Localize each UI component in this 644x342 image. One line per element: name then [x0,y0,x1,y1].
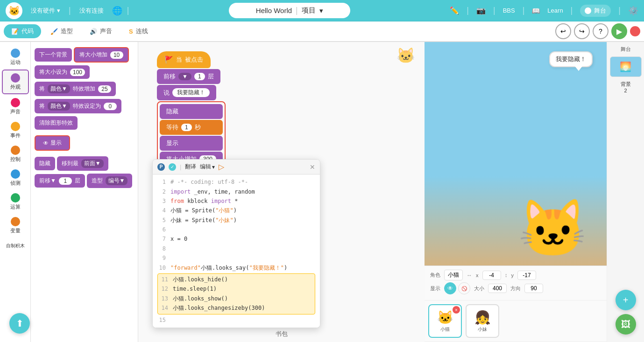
sprite-direction-value[interactable]: 90 [524,284,543,293]
bookbag-label[interactable]: 书包 [276,330,288,338]
code-line-5: 5 小妹 = Sprite("小妹") [157,216,315,225]
app-logo: 🐱 [6,2,22,19]
editor-close-button[interactable]: ✕ [310,163,315,171]
check-icon[interactable]: ✓ [169,163,176,171]
block-next-bg[interactable]: 下一个背景 [35,48,72,62]
settings-icon[interactable]: ⚙️ [628,6,638,16]
sidebar-item-variables[interactable]: 变量 [2,214,29,237]
script-wait-block[interactable]: 等待 1 秒 [160,120,223,135]
block-show[interactable]: 👁 显示 [35,135,70,151]
stage-sidebar-label: 舞台 [621,46,631,53]
code-line-10: 10 "forward"小猫.looks_say("我要隐藏！") [157,263,315,272]
tab-costume-label: 造型 [61,27,73,35]
eye-icon: 👁 [43,140,49,147]
code-line-12: 12 time.sleep(1) [160,284,313,293]
scratch-cat-icon: 🐱 [396,47,415,64]
edit-btn[interactable]: 编辑 ▾ [200,163,215,171]
sidebar-item-operators[interactable]: 运算 [2,190,29,213]
sidebar-item-sound[interactable]: 声音 [2,95,29,118]
add-bg-button[interactable]: 🖼 [616,314,636,335]
sprite-info: 角色 小猫 ↔ x -4 ↕ y -17 显示 👁 🚫 大小 400 方向 90 [425,266,607,300]
bbs-link[interactable]: BBS [503,7,515,14]
script-area: 🚩 当 被点击 前移 ▼ 1 层 说 我要隐藏！ 隐藏 [138,42,244,179]
tab-connect[interactable]: S 连线 [121,24,156,38]
editor-run-button[interactable]: ▷ [219,162,224,171]
right-sidebar: 舞台 🌅 背景 2 + 🖼 [607,42,644,342]
sprite-card-girl[interactable]: 👧 小妹 [466,304,499,338]
script-say-block[interactable]: 说 我要隐藏！ [157,85,216,100]
stage-toggle[interactable]: 舞台 [580,5,611,17]
bg-count: 背景 2 [621,81,631,93]
code-line-3: 3 from kblock import * [157,196,315,206]
editor-separator: | [180,163,181,170]
block-forward-layer[interactable]: 前移▼ 1 层 [35,174,85,188]
sidebar-item-myblocks[interactable]: 自制积木 [2,240,29,252]
globe-icon[interactable]: 🌐 [112,6,122,16]
visible-toggle: 👁 🚫 [444,282,470,294]
learn-icon[interactable]: 📖 [532,7,540,14]
block-move-layer[interactable]: 移到最 前面▼ [57,156,108,171]
add-sprite-button[interactable]: + [616,290,636,310]
sidebar-item-looks[interactable]: 外观 [2,70,29,94]
code-body: 1 # -*- coding: utf-8 -*- 2 import _env,… [153,174,320,328]
block-effect-up[interactable]: 将 颜色▼ 特效增加 25 [35,82,116,96]
script-forward-block[interactable]: 前移 ▼ 1 层 [157,69,220,84]
code-line-6: 6 [157,225,315,234]
code-line-4: 4 小猫 = Sprite("小猫") [157,206,315,215]
sidebar-item-sensing[interactable]: 侦测 [2,167,29,189]
script-hide-block[interactable]: 隐藏 [160,104,223,119]
tab-code[interactable]: 📝 代码 [4,24,41,38]
block-size-up[interactable]: 将大小增加 10 [74,47,129,63]
sprite-y-value[interactable]: -17 [517,271,536,280]
top-nav: 🐱 没有硬件 ▾ | 没有连接 🌐 | Hello World | 项目 ▾ ✏… [0,0,644,21]
code-editor: P ✓ | 翻译 编辑 ▾ ▷ ✕ 1 # -*- coding: utf-8 … [152,159,320,328]
learn-label[interactable]: Learn [547,7,563,14]
sidebar-item-motion[interactable]: 运动 [2,46,29,69]
sprite-x-value[interactable]: -4 [482,271,501,280]
code-line-13: 13 小猫.looks_show() [160,294,313,303]
project-title-area[interactable]: Hello World | 项目 ▾ [229,3,350,18]
connection-button[interactable]: 没有连接 [76,5,107,17]
python-icon: P [157,163,165,171]
block-clear-effect[interactable]: 清除图形特效 [35,116,78,130]
translate-button[interactable]: 翻译 [185,163,196,171]
stop-button[interactable] [630,26,640,36]
arrow-up-icon: ↕ [505,272,508,279]
control-area: ↩ ↪ ? ▶ [555,23,640,39]
stage-thumbnail[interactable]: 🌅 [610,56,642,77]
run-button[interactable]: ▶ [611,23,627,39]
block-hide[interactable]: 隐藏 [35,157,55,170]
redo-button[interactable]: ↪ [574,23,590,39]
script-show-block[interactable]: 显示 [160,136,223,151]
undo-button[interactable]: ↩ [555,23,571,39]
sidebar-item-control[interactable]: 控制 [2,143,29,166]
highlighted-code-block: 11 小猫.looks_hide() 12 time.sleep(1) 13 小… [157,273,315,314]
tab-sound[interactable]: 🔊 声音 [82,24,120,38]
show-button[interactable]: 👁 [444,282,456,294]
camera-icon[interactable]: 📷 [476,6,486,15]
sprite-name-value[interactable]: 小猫 [444,270,463,280]
delete-cat-button[interactable]: × [453,306,460,314]
tab-costume[interactable]: 🖌️ 造型 [43,24,80,38]
hat-block[interactable]: 🚩 当 被点击 [157,51,211,68]
hide-button[interactable]: 🚫 [458,282,470,294]
code-canvas: 🐱 🚩 当 被点击 前移 ▼ 1 层 说 我要隐藏！ [138,42,425,342]
nav-sep-1: | [69,6,71,15]
block-set-size[interactable]: 将大小设为 100 [35,65,90,79]
edit-icon[interactable]: ✏️ [450,6,459,15]
tab-costume-icon: 🖌️ [50,28,58,35]
blocks-panel: 下一个背景 将大小增加 10 将大小设为 100 将 颜色▼ 特效增加 25 将… [31,42,138,342]
block-costume-num[interactable]: 造型 编号▼ [87,174,133,188]
hardware-button[interactable]: 没有硬件 ▾ [27,5,64,17]
block-effect-set[interactable]: 将 颜色▼ 特效设定为 0 [35,99,121,113]
code-line-7: 7 x = 0 [157,234,315,244]
tab-connect-label: 连线 [136,27,148,35]
project-title: Hello World [256,7,292,14]
help-button[interactable]: ? [593,23,609,39]
expand-button[interactable]: ⬆ [9,313,30,334]
sprite-card-cat[interactable]: × 🐱 小猫 [428,304,462,338]
stage-view: 我要隐藏！ 🐱 [425,42,607,266]
sprite-size-value[interactable]: 400 [488,284,507,293]
sidebar-item-events[interactable]: 事件 [2,119,29,142]
code-line-11: 11 小猫.looks_hide() [160,275,313,284]
